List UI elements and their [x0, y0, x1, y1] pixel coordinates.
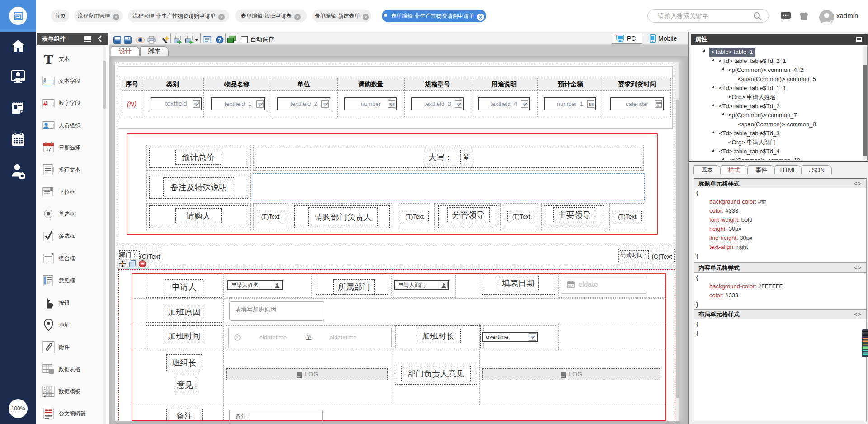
svg-text:2: 2	[44, 390, 46, 393]
svg-text:N: N	[589, 102, 592, 107]
svg-text:1: 1	[44, 386, 46, 390]
svg-text:#: #	[43, 100, 47, 107]
svg-text:3: 3	[44, 394, 46, 397]
svg-text:?: ?	[218, 37, 221, 43]
svg-text:LOG: LOG	[297, 376, 301, 378]
svg-text:17: 17	[46, 146, 51, 152]
svg-text:LOG: LOG	[561, 376, 565, 378]
svg-text:N: N	[389, 102, 392, 107]
